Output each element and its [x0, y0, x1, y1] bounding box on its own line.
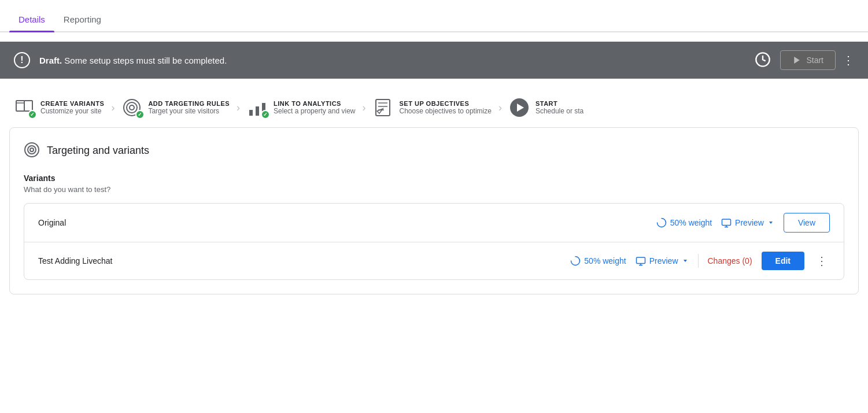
- table-row: Test Adding Livechat 50% weight: [24, 242, 844, 279]
- draft-text: Draft. Some setup steps must still be co…: [39, 56, 755, 65]
- tab-details[interactable]: Details: [9, 5, 54, 31]
- steps-bar: CREATE VARIANTS Customize your site › AD…: [0, 88, 868, 127]
- step-start[interactable]: START Schedule or sta: [509, 97, 583, 118]
- variants-label: Variants: [24, 174, 844, 183]
- variant-livechat-name: Test Adding Livechat: [38, 256, 570, 266]
- arrow-1: ›: [111, 102, 114, 114]
- livechat-edit-button[interactable]: Edit: [762, 252, 804, 270]
- step-targeting-check: [135, 110, 145, 119]
- arrow-2: ›: [237, 102, 240, 114]
- svg-rect-2: [16, 101, 24, 111]
- original-view-button[interactable]: View: [784, 213, 830, 233]
- step-create-variants[interactable]: CREATE VARIANTS Customize your site: [14, 97, 104, 118]
- step-targeting-icon: [121, 97, 142, 118]
- original-weight-button[interactable]: 50% weight: [656, 217, 712, 228]
- arrow-4: ›: [498, 102, 502, 114]
- arrow-3: ›: [362, 102, 365, 114]
- variant-original-actions: 50% weight Preview View: [656, 213, 830, 233]
- alert-icon: !: [14, 52, 30, 68]
- main-content: Targeting and variants Variants What do …: [0, 127, 868, 304]
- tab-reporting[interactable]: Reporting: [54, 5, 110, 31]
- livechat-weight-button[interactable]: 50% weight: [570, 256, 626, 266]
- variant-original-name: Original: [38, 218, 656, 227]
- original-preview-button[interactable]: Preview: [721, 217, 774, 228]
- svg-point-20: [30, 148, 34, 152]
- svg-point-7: [130, 105, 134, 110]
- livechat-changes-button[interactable]: Changes (0): [708, 256, 752, 266]
- targeting-variants-card: Targeting and variants Variants What do …: [9, 127, 859, 294]
- svg-marker-1: [795, 57, 800, 64]
- targeting-icon: [24, 142, 40, 160]
- livechat-preview-button[interactable]: Preview: [636, 256, 689, 266]
- step-add-targeting[interactable]: ADD TARGETING RULES Target your site vis…: [121, 97, 230, 118]
- banner-more-button[interactable]: ⋮: [843, 53, 854, 67]
- step-create-variants-icon: [14, 97, 35, 118]
- variants-subtitle: What do you want to test?: [24, 185, 844, 194]
- step-set-objectives[interactable]: SET UP OBJECTIVES Choose objectives to o…: [372, 97, 491, 118]
- card-title: Targeting and variants: [47, 145, 149, 157]
- card-header: Targeting and variants: [24, 142, 844, 160]
- tab-bar: Details Reporting: [0, 0, 868, 32]
- svg-marker-24: [769, 222, 773, 224]
- step-start-icon: [509, 97, 530, 118]
- step-create-variants-check: [28, 110, 37, 119]
- divider: [698, 254, 699, 268]
- variant-livechat-actions: 50% weight Preview Changes (0): [570, 252, 830, 270]
- svg-rect-21: [722, 219, 731, 226]
- draft-message: Some setup steps must still be completed…: [64, 56, 227, 65]
- svg-marker-28: [684, 260, 687, 262]
- svg-point-18: [25, 143, 39, 157]
- svg-rect-8: [249, 110, 253, 116]
- svg-point-19: [28, 146, 36, 154]
- step-link-analytics[interactable]: LINK TO ANALYTICS Select a property and …: [247, 97, 355, 118]
- table-row: Original 50% weight: [24, 204, 844, 242]
- svg-rect-11: [376, 99, 390, 116]
- variants-table: Original 50% weight: [24, 203, 844, 280]
- draft-banner: ! Draft. Some setup steps must still be …: [0, 42, 868, 79]
- draft-status: Draft.: [39, 56, 62, 65]
- svg-marker-15: [377, 109, 383, 113]
- clock-button[interactable]: [755, 51, 771, 69]
- svg-rect-25: [636, 257, 645, 264]
- step-objectives-icon: [372, 97, 393, 118]
- livechat-more-button[interactable]: ⋮: [814, 252, 830, 270]
- start-button[interactable]: Start: [780, 50, 836, 70]
- step-analytics-check: [261, 110, 270, 119]
- step-analytics-icon: [247, 97, 268, 118]
- svg-rect-9: [256, 106, 259, 116]
